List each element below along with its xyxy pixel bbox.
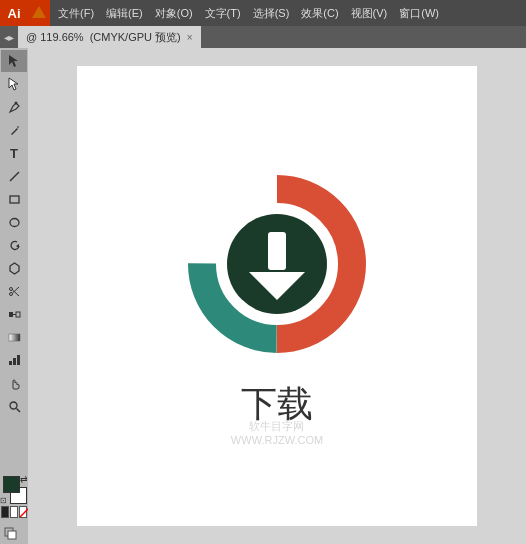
artboard-icon [3, 524, 25, 540]
tab-mode: (CMYK/GPU 预览) [90, 30, 181, 45]
svg-point-9 [9, 287, 12, 290]
tool-scissors[interactable] [1, 280, 27, 302]
color-swatch-white[interactable] [10, 506, 18, 518]
foreground-color-swatch[interactable] [3, 476, 20, 493]
tool-polygon[interactable] [1, 257, 27, 279]
svg-marker-0 [32, 6, 46, 18]
canvas-area: 下载 软牛目字网 WWW.RJZW.COM [28, 48, 526, 544]
tool-hand[interactable] [1, 372, 27, 394]
left-toolbar: T [0, 48, 28, 544]
svg-rect-13 [9, 312, 13, 317]
svg-line-22 [20, 507, 28, 517]
tool-ellipse[interactable] [1, 211, 27, 233]
app-icon [28, 0, 50, 26]
svg-marker-7 [16, 244, 19, 248]
tool-rotate[interactable] [1, 234, 27, 256]
tool-pen[interactable] [1, 96, 27, 118]
svg-rect-28 [268, 232, 286, 270]
menu-item-视图V[interactable]: 视图(V) [345, 0, 394, 26]
svg-rect-19 [17, 355, 20, 365]
svg-marker-8 [10, 263, 19, 274]
svg-point-20 [10, 402, 17, 409]
tool-direct-selection[interactable] [1, 73, 27, 95]
tool-zoom[interactable] [1, 395, 27, 417]
svg-point-3 [14, 101, 17, 104]
svg-marker-2 [9, 78, 18, 90]
none-color-swatch[interactable] [19, 506, 27, 518]
menu-item-选择S[interactable]: 选择(S) [247, 0, 296, 26]
menu-bar: 文件(F)编辑(E)对象(O)文字(T)选择(S)效果(C)视图(V)窗口(W) [50, 0, 526, 26]
main-area: T [0, 48, 526, 544]
tab-bar: ◂▸ @ 119.66% (CMYK/GPU 预览) × [0, 26, 526, 48]
download-icon-svg [177, 164, 377, 364]
svg-line-11 [12, 290, 19, 296]
menu-item-效果C[interactable]: 效果(C) [295, 0, 344, 26]
menu-item-对象O[interactable]: 对象(O) [149, 0, 199, 26]
tool-graph[interactable] [1, 349, 27, 371]
tool-line[interactable] [1, 165, 27, 187]
svg-line-4 [10, 172, 19, 181]
color-swatch-black[interactable] [1, 506, 9, 518]
ai-logo: Ai [0, 0, 28, 26]
canvas: 下载 软牛目字网 WWW.RJZW.COM [77, 66, 477, 526]
tool-gradient[interactable] [1, 326, 27, 348]
tool-type[interactable]: T [1, 142, 27, 164]
svg-line-21 [16, 408, 20, 412]
svg-point-6 [10, 218, 19, 226]
reset-colors-icon[interactable]: ⊡ [0, 496, 7, 505]
title-bar: Ai 文件(F)编辑(E)对象(O)文字(T)选择(S)效果(C)视图(V)窗口… [0, 0, 526, 26]
download-label: 下载 [241, 380, 313, 429]
svg-marker-1 [9, 55, 18, 67]
svg-line-12 [12, 287, 19, 293]
svg-rect-14 [16, 312, 20, 317]
menu-item-文件F[interactable]: 文件(F) [52, 0, 100, 26]
svg-rect-18 [13, 358, 16, 365]
icon-container: 下载 [177, 164, 377, 429]
svg-rect-5 [10, 196, 19, 203]
tool-pencil[interactable] [1, 119, 27, 141]
tab-close-button[interactable]: × [187, 32, 193, 43]
svg-rect-24 [8, 531, 16, 539]
tool-rectangle[interactable] [1, 188, 27, 210]
swap-colors-icon[interactable]: ⇄ [20, 474, 28, 484]
tool-selection[interactable] [1, 50, 27, 72]
swatch-area: ⇄ ⊡ [1, 476, 27, 504]
svg-rect-16 [9, 334, 20, 341]
tool-blend[interactable] [1, 303, 27, 325]
tab-zoom: @ 119.66% [26, 31, 84, 43]
toolbar-bottom-row [1, 506, 27, 518]
tab-collapse-button[interactable]: ◂▸ [0, 32, 18, 43]
menu-item-编辑E[interactable]: 编辑(E) [100, 0, 149, 26]
svg-rect-17 [9, 361, 12, 365]
menu-item-窗口W[interactable]: 窗口(W) [393, 0, 445, 26]
menu-item-文字T[interactable]: 文字(T) [199, 0, 247, 26]
svg-point-10 [9, 292, 12, 295]
color-swatches: ⇄ ⊡ [1, 476, 27, 544]
active-tab[interactable]: @ 119.66% (CMYK/GPU 预览) × [18, 26, 201, 48]
